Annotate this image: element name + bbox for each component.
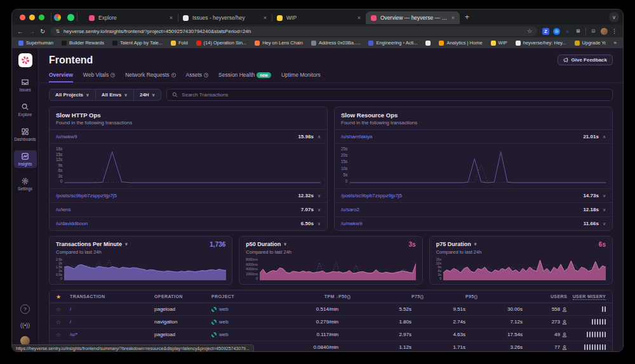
p50-title[interactable]: p50 Duration∨ <box>246 241 287 247</box>
bookmark-item[interactable]: Upgrade Your Loo... <box>575 40 606 46</box>
transaction-row[interactable]: /u/nwkw911.66s∨ <box>335 217 612 230</box>
browser-tab[interactable]: WIP× <box>272 11 366 24</box>
tab-close-icon[interactable]: × <box>451 15 455 21</box>
transaction-link[interactable]: /posts/sc9bpb7zsppz9jp7j5 <box>341 193 583 198</box>
back-icon[interactable]: ← <box>17 28 23 35</box>
transaction-row[interactable]: /posts/sc9bpb7zsppz9jp7j512.32s∨ <box>50 189 327 203</box>
chevron-up-icon[interactable]: ∧ <box>318 134 321 140</box>
sidebar-item-insights[interactable]: Insights <box>14 150 37 168</box>
transaction-link[interactable]: /u/nwkw9 <box>341 221 584 226</box>
star-icon[interactable]: ☆ <box>56 319 70 325</box>
bookmark-item[interactable]: Talent App by Tale... <box>112 40 163 46</box>
transaction-link[interactable]: /u/lens <box>56 207 301 212</box>
favorite-column-icon[interactable]: ★ <box>56 294 70 300</box>
window-controls[interactable] <box>20 15 44 20</box>
p50-chart[interactable]: 8000ms6000ms4000ms2000ms0 <box>246 257 415 280</box>
profile-grid-icon[interactable]: ⊡ <box>590 28 597 35</box>
tab-session-health[interactable]: Session Healthnew <box>218 72 271 82</box>
address-bar[interactable]: ⇅ heyverse.sentry.io/insights/frontend/?… <box>50 27 537 36</box>
p75-title[interactable]: p75 Duration∨ <box>436 241 478 247</box>
column-header[interactable]: TPM ↓ <box>269 294 338 299</box>
transaction-row[interactable]: /u/lens7.07s∨ <box>50 203 327 217</box>
bookmark-item[interactable]: Analytics | Home <box>439 40 482 46</box>
help-icon[interactable]: ? <box>20 304 30 314</box>
new-tab-button[interactable]: + <box>465 13 469 22</box>
transaction-row[interactable]: /posts/sc9bpb7zsppz9jp7j514.73s∨ <box>335 189 612 203</box>
transaction-row[interactable]: /u/daviddboon6.50s∨ <box>50 217 327 230</box>
broadcast-icon[interactable]: ((•)) <box>20 320 30 330</box>
star-icon[interactable]: ☆ <box>56 306 70 313</box>
transaction-row[interactable]: /u/saro212.18s∨ <box>335 203 612 217</box>
transaction-link[interactable]: /u/daviddboon <box>56 221 301 226</box>
column-header[interactable]: P95() <box>465 294 523 299</box>
tab-close-icon[interactable]: × <box>358 15 361 21</box>
tab-uptime-monitors[interactable]: Uptime Monitors <box>281 72 321 82</box>
column-header[interactable]: USER MISERY <box>567 294 606 299</box>
password-extension-icon[interactable]: ◎ <box>553 28 560 35</box>
transaction-row[interactable]: /u/shamfakiya21.01s∧ <box>335 130 612 144</box>
timerange-filter[interactable]: 24H∨ <box>134 89 161 100</box>
project-link[interactable]: web <box>211 306 269 312</box>
transaction-link[interactable]: / <box>70 319 154 325</box>
chevron-down-icon[interactable]: ∨ <box>603 221 606 226</box>
bookmark-item[interactable]: WIP <box>491 40 507 46</box>
browser-menu-icon[interactable]: ⋮ <box>612 28 618 34</box>
column-header[interactable]: USERS <box>523 294 567 299</box>
chevron-down-icon[interactable]: ∨ <box>318 207 321 212</box>
bookmark-item[interactable]: Fold <box>171 40 188 46</box>
sidebar-item-settings[interactable]: Settings <box>14 175 37 193</box>
bookmark-item[interactable]: Engineering › Acti... <box>368 40 417 46</box>
p75-chart[interactable]: 15s12s9s6s3s0 <box>436 257 606 280</box>
projects-filter[interactable]: All Projects∨ <box>50 89 96 100</box>
table-row[interactable]: ☆/pageloadweb0.514/min5.52s9.51s30.00s55… <box>50 303 612 316</box>
tpm-chart[interactable]: 2.5k2k1.5k1k0.5k0 <box>56 257 225 280</box>
reload-icon[interactable]: ↻ <box>40 28 45 35</box>
sidebar-item-dashboards[interactable]: Dashboards <box>14 126 37 143</box>
tab-network-requests[interactable]: Network Requests <box>125 72 175 82</box>
bookmarks-overflow-icon[interactable]: » <box>614 40 617 46</box>
tab-assets[interactable]: Assets <box>186 72 209 82</box>
pinned-tab-icon[interactable] <box>54 14 61 21</box>
tab-overview[interactable]: Overview <box>49 72 73 82</box>
star-icon[interactable]: ☆ <box>56 332 70 338</box>
arc-extension-icon[interactable]: ∩ <box>564 28 571 35</box>
forward-icon[interactable]: → <box>29 28 35 35</box>
org-logo[interactable] <box>18 53 32 67</box>
chevron-down-icon[interactable]: ∨ <box>318 221 321 226</box>
column-header[interactable]: P50() <box>338 294 411 299</box>
bookmark-item[interactable]: Builder Rewards <box>62 40 104 46</box>
sidebar-item-explore[interactable]: Explore <box>14 101 37 119</box>
tab-close-icon[interactable]: × <box>170 15 173 21</box>
transaction-link[interactable]: / <box>70 306 154 312</box>
bookmark-star-icon[interactable]: ☆ <box>527 28 532 34</box>
z-extension-icon[interactable]: Z <box>542 28 549 35</box>
chevron-down-icon[interactable]: ∨ <box>603 193 606 198</box>
search-transactions[interactable] <box>166 89 613 101</box>
chevron-down-icon[interactable]: ∨ <box>603 207 606 212</box>
column-header[interactable]: P75() <box>411 294 465 299</box>
browser-tab[interactable]: Overview — heyverse — Sent× <box>366 11 460 24</box>
chevron-down-icon[interactable]: ∨ <box>318 193 321 198</box>
tab-web-vitals[interactable]: Web Vitals <box>83 72 115 82</box>
bookmark-item[interactable]: heyverse/hey: Hey... <box>516 40 566 46</box>
bookmark-item[interactable]: Superhuman <box>18 40 53 46</box>
bookmark-item[interactable]: (14) Operation Sin... <box>196 40 247 46</box>
bookmark-item[interactable]: Hey on Lens Chain <box>255 40 303 46</box>
tab-close-icon[interactable]: × <box>264 15 267 21</box>
column-header[interactable]: TRANSACTION <box>70 294 154 299</box>
url-text[interactable]: heyverse.sentry.io/insights/frontend/?pr… <box>64 29 523 34</box>
tpm-title[interactable]: Transactions Per Minute∨ <box>56 241 128 247</box>
project-link[interactable]: web <box>211 319 269 325</box>
envs-filter[interactable]: All Envs∨ <box>96 89 134 100</box>
table-row[interactable]: ☆/navigationweb0.279/min1.80s2.74s7.12s2… <box>50 316 612 328</box>
sidebar-item-issues[interactable]: Issues <box>14 76 37 94</box>
transaction-link[interactable]: /u/nwkw9 <box>56 134 298 140</box>
bookmark-item[interactable]: Address 0x03Ba..... <box>311 40 360 46</box>
site-info-icon[interactable]: ⇅ <box>55 29 60 34</box>
minimize-window-button[interactable] <box>29 15 35 20</box>
browser-tab[interactable]: Issues - heyverse/hey× <box>178 11 272 24</box>
transaction-link[interactable]: /u/saro2 <box>341 207 583 212</box>
tab-search-icon[interactable]: ∨ <box>609 12 619 22</box>
column-header[interactable]: OPERATION <box>154 294 211 299</box>
project-link[interactable]: web <box>211 332 269 337</box>
